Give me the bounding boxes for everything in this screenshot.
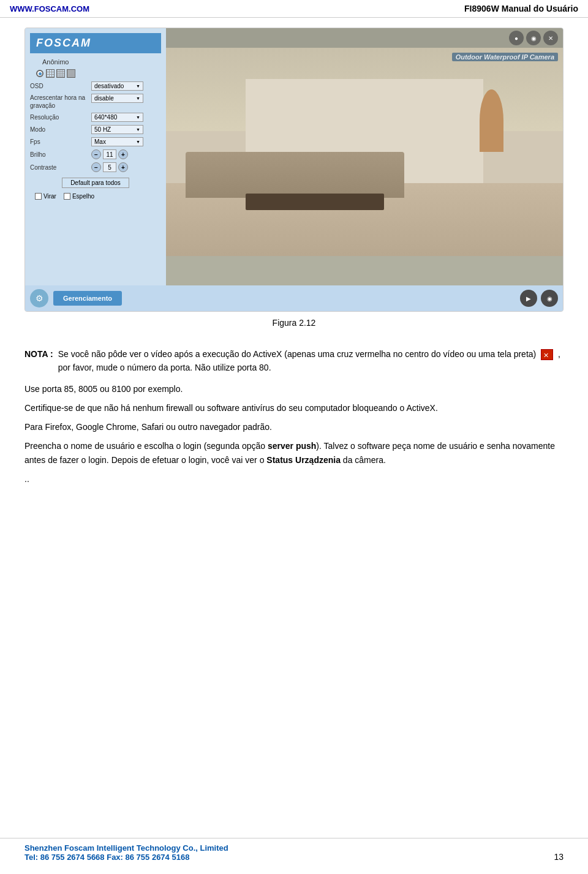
record-select[interactable]: disable [91,94,143,103]
para5-before: Preencha o nome de usuário e escolha o l… [24,441,268,451]
figure-caption: Figura 2.12 [24,318,564,328]
contrast-decrease[interactable]: − [91,162,101,172]
brightness-row: Brilho − 11 + [30,149,161,159]
page-footer: Shenzhen Foscam Intelligent Technology C… [0,838,588,862]
view-mode-icons [36,69,161,78]
flip-mirror-row: Virar Espelho [35,193,161,200]
footer-page-number: 13 [554,852,564,862]
resolution-label: Resolução [30,114,91,121]
mode-select[interactable]: 50 HZ [91,125,143,134]
error-icon [541,349,553,360]
manage-button[interactable]: Gerenciamento [53,291,122,306]
para-port: Use porta 85, 8005 ou 8100 por exemplo. [24,382,564,396]
radio-btn[interactable] [36,70,43,77]
contrast-row: Contraste − 5 + [30,162,161,172]
mirror-checkbox-item: Espelho [64,193,94,200]
contrast-stepper: − 5 + [91,162,128,172]
osd-label: OSD [30,83,91,89]
grid-icon-3[interactable] [67,69,75,78]
para5-end: da câmera. [341,455,386,465]
footer-company-name: Shenzhen Foscam Intelligent Technology C… [24,843,228,853]
cam-btn-3[interactable]: ✕ [543,31,558,45]
grid-icon-2[interactable] [56,69,65,78]
para3-before: Certifique-se de que não há nenhum [24,403,166,413]
main-content: FOSCAM Anônimo OSD desativado Acrescenta… [0,18,588,347]
note-section: NOTA : Se você não pôde ver o vídeo após… [24,347,564,375]
osd-row: OSD desativado [30,81,161,91]
grid-icon-1[interactable] [46,69,55,78]
osd-select[interactable]: desativado [91,81,143,91]
brightness-stepper: − 11 + [91,149,128,159]
resolution-row: Resolução 640*480 [30,113,161,122]
note-text-before: Se você não pôde ver o vídeo após a exec… [58,349,537,359]
note-label: NOTA : [24,347,53,361]
para-firewall: Certifique-se de que não há nenhum firew… [24,401,564,415]
room-couch [186,152,404,198]
anon-label: Anônimo [42,58,161,66]
cam-top-controls: ● ◉ ✕ [509,31,558,45]
gear-icon-btn[interactable]: ⚙ [30,289,48,307]
cam-preview-header: ● ◉ ✕ [166,28,563,48]
foscam-logo: FOSCAM [30,33,161,53]
header-website: WWW.FOSCAM.COM [10,4,89,13]
snapshot-btn[interactable]: ◉ [541,290,558,307]
contrast-label: Contraste [30,164,91,171]
cam-preview-image: Outdoor Waterproof IP Camera [166,48,563,256]
note-text: Se você não pôde ver o vídeo após a exec… [58,347,564,375]
room-table [246,194,385,210]
cam-bottom-right-controls: ▶ ◉ [520,290,558,307]
para3-middle: ou [193,403,207,413]
record-row: Acrescentar hora na gravação disable [30,94,161,110]
footer-company-block: Shenzhen Foscam Intelligent Technology C… [24,843,228,862]
brightness-value: 11 [103,149,116,159]
waterproof-text: Outdoor Waterproof IP Camera [452,53,558,61]
server-push-text: server push [268,441,316,451]
resolution-select[interactable]: 640*480 [91,113,143,122]
flip-checkbox[interactable] [35,193,42,200]
flip-label: Virar [43,193,56,200]
mode-label: Modo [30,126,91,133]
flip-checkbox-item: Virar [35,193,56,200]
software-text: software [207,403,239,413]
brightness-increase[interactable]: + [118,149,128,159]
mirror-label: Espelho [72,193,94,200]
record-btn[interactable]: ▶ [520,290,537,307]
contrast-increase[interactable]: + [118,162,128,172]
cam-sidebar: FOSCAM Anônimo OSD desativado Acrescenta… [25,28,166,285]
fps-label: Fps [30,138,91,145]
page-header: WWW.FOSCAM.COM FI8906W Manual do Usuário [0,0,588,18]
cam-preview: ● ◉ ✕ Outdoor Waterproof [166,28,563,285]
status-text: Status Urządzenia [266,455,341,465]
fps-select[interactable]: Max [91,137,143,146]
mirror-checkbox[interactable] [64,193,70,200]
camera-ui-inner: FOSCAM Anônimo OSD desativado Acrescenta… [25,28,563,285]
fps-row: Fps Max [30,137,161,146]
firewall-text: firewall [166,403,193,413]
brightness-label: Brilho [30,151,91,158]
contrast-value: 5 [103,162,116,172]
para-login: Preencha o nome de usuário e escolha o l… [24,439,564,467]
cam-btn-2[interactable]: ◉ [526,31,541,45]
note-row: NOTA : Se você não pôde ver o vídeo após… [24,347,564,375]
default-button[interactable]: Default para todos [62,178,129,188]
camera-ui-screenshot: FOSCAM Anônimo OSD desativado Acrescenta… [24,28,564,312]
mode-row: Modo 50 HZ [30,125,161,134]
footer-tel: Tel: 86 755 2674 5668 Fax: 86 755 2674 5… [24,853,228,862]
cam-bottom-toolbar: ⚙ Gerenciamento ▶ ◉ [25,285,563,311]
brightness-decrease[interactable]: − [91,149,101,159]
dots-text: .. [24,472,564,486]
para-firefox: Para Firefox, Google Chrome, Safari ou o… [24,420,564,434]
cam-btn-1[interactable]: ● [509,31,524,45]
header-title: FI8906W Manual do Usuário [464,4,578,13]
record-label: Acrescentar hora na gravação [30,94,91,110]
room-lamp [480,89,503,152]
room-simulation [166,48,563,256]
para3-after: antivírus do seu computador bloqueando o… [239,403,438,413]
